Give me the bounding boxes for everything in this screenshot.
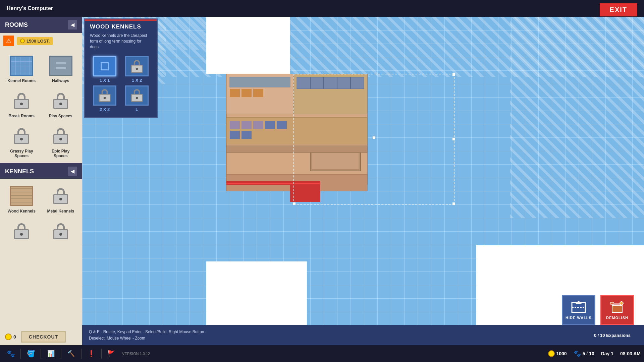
epic-play-label: Epic Play Spaces <box>44 149 77 158</box>
right-buttons: HIDE WALLS DEMOLISH <box>562 295 634 325</box>
popup-size-l-label: L <box>136 107 138 112</box>
hide-walls-label: HIDE WALLS <box>566 316 592 320</box>
popup-size-1x2-box <box>125 56 149 76</box>
flag-button[interactable]: 🚩 <box>104 346 119 361</box>
break-rooms-label: Break Rooms <box>9 114 35 118</box>
divider-2 <box>41 349 41 359</box>
svg-rect-12 <box>253 89 263 97</box>
demolish-label: DEMOLISH <box>606 316 628 320</box>
building-container <box>206 74 408 204</box>
rooms-grid: Kennel Rooms Hallways <box>0 49 82 163</box>
demolish-button[interactable]: DEMOLISH <box>600 295 634 325</box>
svg-rect-29 <box>226 183 320 184</box>
warning-bar: ⚠ 1500 LOST. <box>0 33 82 49</box>
sidebar: ROOMS ◀ ⚠ 1500 LOST. Kennel Rooms <box>0 17 82 345</box>
popup-description: Wood Kennels are the cheapest form of lo… <box>85 33 157 54</box>
stats-button[interactable]: 📊 <box>44 346 58 361</box>
building-svg <box>206 74 408 204</box>
popup-size-2x2-label: 2 X 2 <box>100 107 110 112</box>
hud-coins: 1000 <box>548 350 567 357</box>
kennel3-icon <box>8 220 35 243</box>
hide-walls-icon <box>570 301 587 314</box>
divider-3 <box>61 349 61 359</box>
metal-kennels-icon <box>47 184 74 208</box>
controls-text: Q & E - Rotate, Keypad Enter - Select/Bu… <box>89 329 594 342</box>
hallway-svg <box>54 59 67 72</box>
popup-size-2x2-box <box>93 85 116 106</box>
play-spaces-icon <box>47 89 74 113</box>
sidebar-item-play-spaces[interactable]: Play Spaces <box>43 87 79 120</box>
divider-4 <box>81 349 82 359</box>
svg-rect-20 <box>241 121 252 129</box>
paw-button[interactable]: 🐾 <box>3 346 18 361</box>
popup-size-1x2-label: 1 X 2 <box>132 78 142 83</box>
size-1x1-icon <box>101 62 109 70</box>
svg-rect-24 <box>230 131 240 139</box>
sidebar-item-grassy-play[interactable]: Grassy Play Spaces <box>3 123 40 160</box>
grassy-play-label: Grassy Play Spaces <box>5 149 38 158</box>
kennel-rooms-icon <box>8 54 35 77</box>
popup-size-2x2[interactable]: 2 X 2 <box>90 85 119 112</box>
game-area[interactable] <box>82 17 644 345</box>
warning-icon: ⚠ <box>3 36 14 46</box>
svg-rect-25 <box>241 131 252 139</box>
expansions-text: 0 / 10 Expansions <box>594 333 631 338</box>
play-spaces-label: Play Spaces <box>49 114 72 118</box>
day-value: Day 1 <box>601 351 613 356</box>
alert-button[interactable]: ❗ <box>84 346 99 361</box>
alert-icon: ❗ <box>88 350 95 357</box>
checkout-bar: 0 CHECKOUT <box>0 328 82 345</box>
title-bar: Henry's Computer EXIT <box>0 0 644 17</box>
svg-rect-22 <box>265 121 275 129</box>
coin-display: 0 <box>5 334 16 340</box>
hallways-label: Hallways <box>52 78 69 83</box>
svg-rect-28 <box>226 146 367 153</box>
bucket-icon: 🪣 <box>27 350 35 358</box>
exit-button[interactable]: EXIT <box>600 3 637 16</box>
popup-size-1x2[interactable]: 1 X 2 <box>122 56 152 83</box>
divider-5 <box>101 349 102 359</box>
status-bar: 🐾 🪣 📊 🔨 ❗ 🚩 VERSION 1.0.12 1000 🐾 5 / 10… <box>0 345 644 362</box>
build-icon: 🔨 <box>67 350 75 357</box>
sidebar-item-kennel-rooms[interactable]: Kennel Rooms <box>3 52 40 85</box>
svg-rect-23 <box>277 121 287 129</box>
sidebar-item-hallways[interactable]: Hallways <box>43 52 79 85</box>
rooms-section-header: ROOMS ◀ <box>0 17 82 33</box>
demolish-icon <box>609 301 626 314</box>
sidebar-item-epic-play[interactable]: Epic Play Spaces <box>43 123 79 160</box>
wood-kennels-icon <box>8 184 35 208</box>
version-text: VERSION 1.0.12 <box>122 352 150 356</box>
svg-rect-11 <box>241 89 252 97</box>
coin-icon-checkout <box>5 334 12 340</box>
popup-sizes-grid: 1 X 1 1 X 2 <box>85 54 157 117</box>
hallways-icon <box>47 54 74 77</box>
break-rooms-icon <box>8 89 35 113</box>
popup-size-1x1-label: 1 X 1 <box>100 78 110 83</box>
svg-rect-21 <box>253 121 263 129</box>
sidebar-item-wood-kennels[interactable]: Wood Kennels <box>3 183 40 215</box>
sidebar-item-break-rooms[interactable]: Break Rooms <box>3 87 40 120</box>
wood-kennels-label: Wood Kennels <box>8 209 36 214</box>
svg-rect-6 <box>290 185 320 202</box>
popup-size-1x1[interactable]: 1 X 1 <box>90 56 119 83</box>
hide-walls-button[interactable]: HIDE WALLS <box>562 295 595 325</box>
warning-text: 1500 LOST. <box>17 37 53 45</box>
epic-play-icon <box>47 124 74 148</box>
build-button[interactable]: 🔨 <box>64 346 78 361</box>
svg-rect-2 <box>57 64 65 67</box>
bucket-button[interactable]: 🪣 <box>23 346 38 361</box>
computer-name: Henry's Computer <box>7 5 53 11</box>
sidebar-item-kennel3[interactable] <box>3 218 40 245</box>
popup-accent-bar <box>85 19 157 21</box>
sidebar-item-metal-kennels[interactable]: Metal Kennels <box>43 183 79 215</box>
rooms-collapse-arrow[interactable]: ◀ <box>68 20 77 29</box>
kennels-collapse-arrow[interactable]: ◀ <box>68 167 77 176</box>
popup-size-l[interactable]: L <box>122 85 152 112</box>
kennels-section-header: KENNELS ◀ <box>0 163 82 179</box>
kennel4-icon <box>47 220 74 243</box>
svg-rect-9 <box>230 77 290 87</box>
checkout-button[interactable]: CHECKOUT <box>21 331 66 343</box>
info-bar: Q & E - Rotate, Keypad Enter - Select/Bu… <box>82 325 644 345</box>
oob-top-full <box>82 17 644 77</box>
sidebar-item-kennel4[interactable] <box>43 218 79 245</box>
